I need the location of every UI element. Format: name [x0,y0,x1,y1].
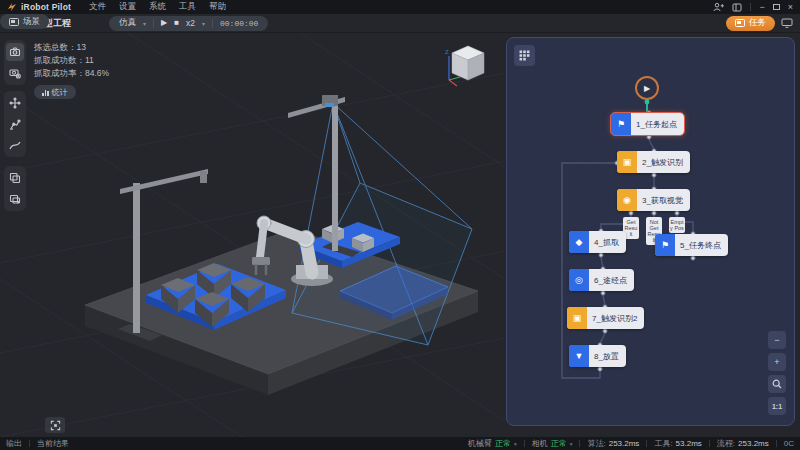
play-button[interactable]: ▶ [161,16,167,30]
menu-settings[interactable]: 设置 [119,1,136,13]
task-tab-label: 任务 [749,17,766,29]
divider [646,440,647,447]
camera-status[interactable]: 相机 正常 ▾ [532,438,573,449]
camera-settings-button[interactable] [6,64,24,82]
scene-tab[interactable]: 场景 [0,14,49,29]
window-controls: − × [713,2,793,12]
recognition-icon: ▣ [617,151,637,173]
camera-view-button[interactable] [6,43,24,61]
robot-status-label: 机械臂 [468,438,492,449]
vision-icon: ◉ [617,189,637,211]
scene-tab-label: 场景 [23,16,40,28]
simulation-timer: 00:00:00 [220,19,258,28]
node-label: 3_获取视觉 [637,195,690,206]
chevron-down-icon[interactable]: ▾ [202,20,205,27]
menu-file[interactable]: 文件 [89,1,106,13]
divider [776,440,777,447]
grab-icon: ◆ [569,231,589,253]
zoom-out-button[interactable]: − [768,331,786,349]
statistics-button[interactable]: 统计 [34,85,76,99]
flow-node-trigger-recognition-2[interactable]: ▣ 7_触发识别2 [567,307,644,329]
pick-stats-overlay: 拣选总数：13 抓取成功数：11 抓取成功率：84.6% 统计 [34,41,109,99]
monitor-button[interactable] [781,18,793,28]
menu-system[interactable]: 系统 [149,1,166,13]
speed-select[interactable]: x2 [186,18,195,28]
trajectory-chart-button[interactable] [6,136,24,154]
node-label: 5_任务终点 [675,240,728,251]
flow-node-trigger-recognition[interactable]: ▣ 2_触发识别 [617,151,690,173]
flow-node-place[interactable]: ▼ 8_放置 [569,345,626,367]
node-label: 6_途经点 [589,275,634,286]
port-empty-pos[interactable]: Empty Pos [669,217,685,233]
cube-z-axis-label: Z [445,49,449,55]
divider [709,440,710,447]
algorithm-time: 算法: 253.2ms [587,438,639,449]
task-start-icon: ⚑ [611,113,631,135]
divider [750,3,751,11]
flow-layout-button[interactable] [514,45,535,66]
toolgroup-motion [4,91,26,157]
flow-start-node[interactable]: ▶ [635,76,659,100]
stat-success-value: 11 [85,55,94,65]
robot-arm-button[interactable] [6,115,24,133]
flow-node-task-end[interactable]: ⚑ 5_任务终点 [655,234,728,256]
main-area: 拣选总数：13 抓取成功数：11 抓取成功率：84.6% 统计 Z [0,33,800,437]
algorithm-time-label: 算法: [587,438,605,449]
flow-node-task-start[interactable]: ⚑ 1_任务起点 [611,113,684,135]
bar-chart-icon [42,89,49,96]
robot-status[interactable]: 机械臂 正常 ▾ [468,438,517,449]
stat-total-label: 拣选总数： [34,42,77,52]
node-label: 1_任务起点 [631,119,684,130]
app-logo-icon [7,2,17,12]
close-button[interactable]: × [788,2,793,12]
minimize-button[interactable]: − [759,2,764,12]
layers-settings-button[interactable] [6,190,24,208]
flow-time-value: 253.2ms [738,439,769,448]
tab-output[interactable]: 输出 [6,438,22,449]
node-label: 7_触发识别2 [587,313,644,324]
view-switcher: 场景 任务 [726,16,793,31]
algorithm-time-value: 253.2ms [609,439,640,448]
zoom-fit-button[interactable]: 1:1 [768,397,786,415]
divider [153,19,154,28]
mode-select[interactable]: 仿真 [119,17,136,29]
divider [29,440,30,447]
camera-3d [322,95,338,107]
magnifier-icon [772,379,782,389]
toolbar: 拆垛典型工程 仿真 ▾ ▶ ■ x2 ▾ 00:00:00 场景 [0,14,800,33]
stat-rate-label: 抓取成功率： [34,68,85,78]
tab-current-result[interactable]: 当前结果 [37,438,69,449]
recognition-icon: ▣ [567,307,587,329]
tool-time-label: 工具: [654,438,672,449]
layers-button[interactable] [6,169,24,187]
layout-icon[interactable] [732,3,742,12]
app-window: iRobot Pilot 文件 设置 系统 工具 帮助 − × [0,0,800,450]
view-cube[interactable]: Z [444,40,490,88]
place-icon: ▼ [569,345,589,367]
gizmo-button[interactable] [6,94,24,112]
flow-zoom-controls: − + 1:1 [768,331,786,415]
titlebar: iRobot Pilot 文件 设置 系统 工具 帮助 − × [0,0,800,14]
tool-time-value: 53.2ms [676,439,702,448]
stat-rate-value: 84.6% [85,68,109,78]
menu-help[interactable]: 帮助 [209,1,226,13]
zoom-search-button[interactable] [768,375,786,393]
zoom-in-button[interactable]: + [768,353,786,371]
flow-time: 流程: 253.2ms [717,438,769,449]
flow-node-waypoint[interactable]: ◎ 6_途经点 [569,269,634,291]
maximize-button[interactable] [773,4,780,10]
toolgroup-camera [4,40,26,85]
toolgroup-layers [4,166,26,211]
menu-tools[interactable]: 工具 [179,1,196,13]
stat-success-label: 抓取成功数： [34,55,85,65]
stop-button[interactable]: ■ [174,16,179,30]
flow-node-grab[interactable]: ◆ 4_抓取 [569,231,626,253]
statistics-button-label: 统计 [52,87,68,98]
task-flow-panel: ▶ ⚑ 1_任务起点 ▣ 2_触发识别 ◉ 3_获取视觉 Get Result … [506,37,795,426]
expand-panel-button[interactable] [45,417,65,433]
add-user-icon[interactable] [713,2,724,12]
statusbar: 输出 当前结果 机械臂 正常 ▾ 相机 正常 ▾ 算法: 253.2ms 工具:… [0,437,800,450]
task-tab[interactable]: 任务 [726,16,775,31]
flow-node-get-vision[interactable]: ◉ 3_获取视觉 [617,189,690,211]
chevron-down-icon[interactable]: ▾ [143,20,146,27]
